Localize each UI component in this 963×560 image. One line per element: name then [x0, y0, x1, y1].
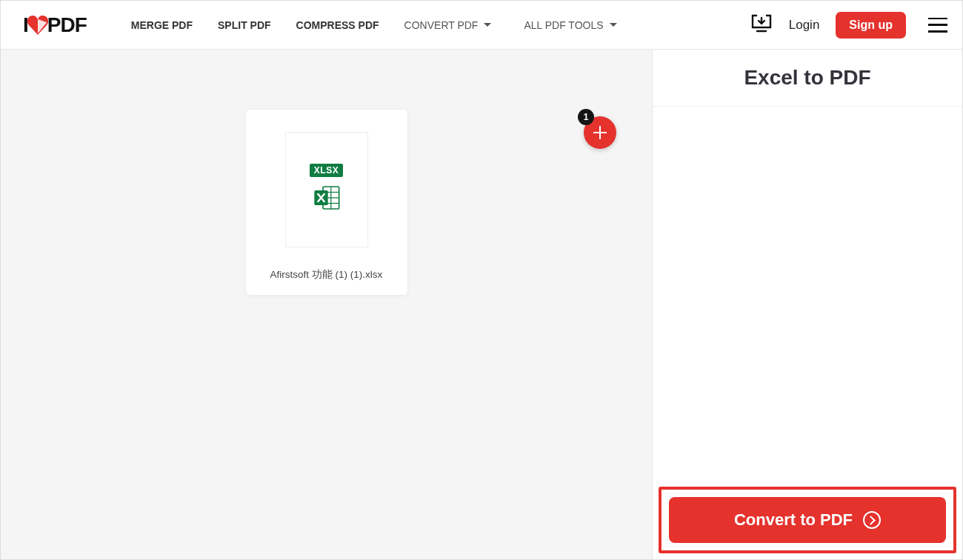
top-nav: I PDF MERGE PDF SPLIT PDF COMPRESS PDF C…: [1, 1, 962, 50]
file-type-badge: XLSX: [310, 164, 343, 177]
convert-label: Convert to PDF: [734, 510, 853, 530]
nav-convert-pdf[interactable]: CONVERT PDF: [404, 19, 492, 31]
main-nav: MERGE PDF SPLIT PDF COMPRESS PDF CONVERT…: [131, 19, 617, 31]
add-file-button[interactable]: 1: [584, 116, 616, 149]
content: XLSX Afirstsoft 功能 (1) (1).xlsx 1: [1, 50, 962, 559]
logo-text-right: PDF: [47, 13, 87, 37]
menu-icon[interactable]: [928, 18, 947, 33]
arrow-right-circle-icon: [863, 511, 881, 529]
chevron-down-icon: [484, 23, 491, 27]
download-desktop-icon[interactable]: [750, 13, 773, 37]
file-thumbnail: XLSX: [285, 132, 368, 247]
nav-convert-label: CONVERT PDF: [404, 19, 479, 31]
sidebar-body: [653, 107, 962, 487]
file-drop-area[interactable]: XLSX Afirstsoft 功能 (1) (1).xlsx 1: [1, 50, 653, 559]
convert-highlight: Convert to PDF: [659, 487, 956, 553]
convert-to-pdf-button[interactable]: Convert to PDF: [669, 497, 946, 543]
options-sidebar: Excel to PDF Convert to PDF: [653, 50, 962, 559]
nav-compress-pdf[interactable]: COMPRESS PDF: [296, 19, 379, 31]
nav-all-tools-label: ALL PDF TOOLS: [524, 19, 603, 31]
header-right: Login Sign up: [750, 12, 947, 39]
logo[interactable]: I PDF: [23, 13, 87, 37]
file-count-badge: 1: [578, 109, 594, 125]
chevron-down-icon: [610, 23, 617, 27]
sidebar-title: Excel to PDF: [653, 50, 962, 107]
heart-icon: [27, 16, 49, 35]
nav-merge-pdf[interactable]: MERGE PDF: [131, 19, 193, 31]
file-card[interactable]: XLSX Afirstsoft 功能 (1) (1).xlsx: [245, 109, 408, 296]
login-link[interactable]: Login: [789, 18, 820, 33]
nav-all-pdf-tools[interactable]: ALL PDF TOOLS: [524, 19, 616, 31]
excel-icon: [312, 183, 341, 216]
file-name: Afirstsoft 功能 (1) (1).xlsx: [255, 268, 399, 281]
signup-button[interactable]: Sign up: [836, 12, 906, 39]
nav-split-pdf[interactable]: SPLIT PDF: [218, 19, 271, 31]
